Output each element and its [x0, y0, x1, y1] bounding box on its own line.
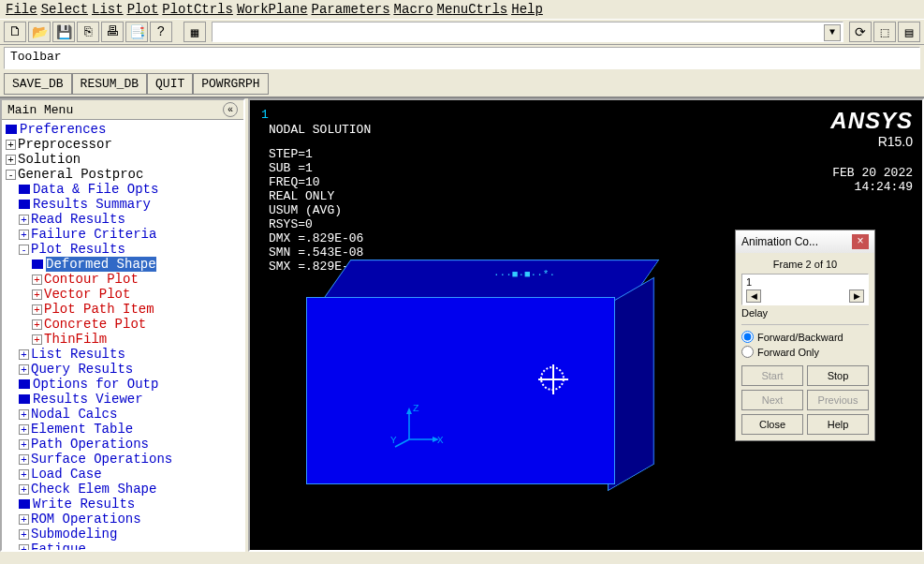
tree-item[interactable]: +Contour Plot: [4, 272, 242, 287]
quit-button[interactable]: QUIT: [147, 73, 193, 95]
icon-toolbar: 🗋 📂 💾 ⎘ 🖶 📑 ? ▦ ⟳ ⬚ ▤: [0, 19, 924, 45]
toolbar-buttons: SAVE_DB RESUM_DB QUIT POWRGRPH: [0, 71, 924, 96]
tree-item[interactable]: +Nodal Calcs: [4, 407, 242, 422]
tree-item[interactable]: +Solution: [4, 152, 242, 167]
tree-item[interactable]: +ROM Operations: [4, 512, 242, 527]
tree-item[interactable]: +Query Results: [4, 362, 242, 377]
tree-item[interactable]: +Failure Criteria: [4, 227, 242, 242]
tree-item[interactable]: +Element Table: [4, 422, 242, 437]
refresh-icon[interactable]: ⟳: [849, 22, 872, 42]
stop-button[interactable]: Stop: [807, 365, 869, 386]
command-combo[interactable]: [212, 22, 843, 42]
close-button[interactable]: Close: [741, 414, 803, 435]
save-db-button[interactable]: SAVE_DB: [4, 73, 72, 95]
tree-item[interactable]: Results Summary: [4, 197, 242, 212]
close-icon[interactable]: ×: [852, 234, 869, 249]
tree-item[interactable]: +Preprocessor: [4, 137, 242, 152]
tree-item[interactable]: -General Postproc: [4, 167, 242, 182]
tree-item[interactable]: +Concrete Plot: [4, 317, 242, 332]
brand-text: ANSYS: [830, 108, 913, 134]
save-icon[interactable]: 💾: [52, 22, 75, 42]
tree-item[interactable]: +List Results: [4, 347, 242, 362]
window-number: 1: [261, 108, 269, 122]
tree-item[interactable]: +Load Case: [4, 467, 242, 482]
wire-icon[interactable]: ⬚: [873, 22, 896, 42]
save2-icon[interactable]: ⎘: [77, 22, 99, 42]
start-button[interactable]: Start: [741, 365, 803, 386]
powrgraph-button[interactable]: POWRGRPH: [193, 73, 268, 95]
tree-item[interactable]: +Path Operations: [4, 437, 242, 452]
compass-icon: [540, 366, 565, 391]
collapse-icon[interactable]: «: [223, 102, 238, 117]
menu-macro[interactable]: Macro: [394, 2, 433, 17]
tree-item[interactable]: +Plot Path Item: [4, 302, 242, 317]
grid-icon[interactable]: ▦: [183, 22, 206, 42]
slider-value: 1: [746, 276, 864, 288]
tree-item[interactable]: Write Results: [4, 497, 242, 512]
tree-item[interactable]: Data & File Opts: [4, 182, 242, 197]
tree-item[interactable]: Results Viewer: [4, 392, 242, 407]
solution-info: STEP=1SUB =1FREQ=10REAL ONLYUSUM (AVG)RS…: [269, 147, 363, 274]
main-menu-sidebar: Main Menu « Preferences+Preprocessor+Sol…: [0, 98, 245, 552]
new-icon[interactable]: 🗋: [4, 22, 26, 42]
version-text: R15.0: [830, 134, 913, 149]
animation-controller-dialog[interactable]: Animation Co... × Frame 2 of 10 1 ◀ ▶ De…: [735, 230, 875, 441]
tree-item[interactable]: +Check Elem Shape: [4, 482, 242, 497]
radio-forward-only[interactable]: Forward Only: [741, 346, 869, 358]
previous-button[interactable]: Previous: [807, 390, 869, 410]
toolbar-label: Toolbar: [10, 50, 62, 64]
tree-item[interactable]: +Submodeling: [4, 527, 242, 542]
menu-plot[interactable]: Plot: [127, 2, 159, 17]
radio-forward-backward[interactable]: Forward/Backward: [741, 331, 869, 343]
delay-slider-box: 1 ◀ ▶: [741, 274, 869, 305]
menu-workplane[interactable]: WorkPlane: [237, 2, 308, 17]
menu-file[interactable]: File: [6, 2, 37, 17]
tree-item[interactable]: Deformed Shape: [4, 257, 242, 272]
open-icon[interactable]: 📂: [28, 22, 51, 42]
tree-item[interactable]: +Read Results: [4, 212, 242, 227]
menu-help[interactable]: Help: [511, 2, 543, 17]
menu-list[interactable]: List: [92, 2, 124, 17]
date-text: FEB 20 2022: [832, 166, 913, 180]
tree-item[interactable]: Options for Outp: [4, 377, 242, 392]
delay-label: Delay: [741, 307, 869, 319]
next-button[interactable]: Next: [741, 390, 803, 410]
resum-db-button[interactable]: RESUM_DB: [72, 73, 147, 95]
dots-icon[interactable]: ▤: [898, 22, 920, 42]
help-icon[interactable]: ?: [150, 22, 172, 42]
sidebar-title-bar: Main Menu «: [2, 100, 243, 120]
menu-select[interactable]: Select: [41, 2, 88, 17]
tree-item[interactable]: +Vector Plot: [4, 287, 242, 302]
menubar: File Select List Plot PlotCtrls WorkPlan…: [0, 0, 924, 19]
toolbar-label-box: Toolbar: [4, 47, 920, 69]
tree-item[interactable]: +Surface Operations: [4, 452, 242, 467]
tree-item[interactable]: -Plot Results: [4, 242, 242, 257]
ansys-logo: ANSYS R15.0: [830, 108, 913, 149]
menu-plotctrls[interactable]: PlotCtrls: [162, 2, 233, 17]
time-text: 14:24:49: [832, 180, 913, 194]
slider-left-icon[interactable]: ◀: [746, 289, 761, 303]
menu-parameters[interactable]: Parameters: [312, 2, 390, 17]
datetime: FEB 20 2022 14:24:49: [832, 166, 913, 194]
dialog-title-text: Animation Co...: [741, 235, 818, 248]
report-icon[interactable]: 📑: [125, 22, 148, 42]
tree-item[interactable]: Preferences: [4, 122, 242, 137]
slider-right-icon[interactable]: ▶: [849, 289, 864, 303]
menu-menuctrls[interactable]: MenuCtrls: [437, 2, 508, 17]
frame-label: Frame 2 of 10: [741, 259, 869, 270]
tree-item[interactable]: +Fatigue: [4, 542, 242, 550]
sidebar-title: Main Menu: [7, 103, 73, 117]
solid-model: ···■·■··*·: [306, 260, 653, 484]
tree[interactable]: Preferences+Preprocessor+Solution-Genera…: [2, 120, 243, 550]
print-icon[interactable]: 🖶: [101, 22, 124, 42]
tree-item[interactable]: +ThinFilm: [4, 332, 242, 347]
help-button[interactable]: Help: [807, 414, 869, 435]
dialog-titlebar[interactable]: Animation Co... ×: [736, 230, 874, 253]
solution-title: NODAL SOLUTION: [269, 123, 371, 137]
